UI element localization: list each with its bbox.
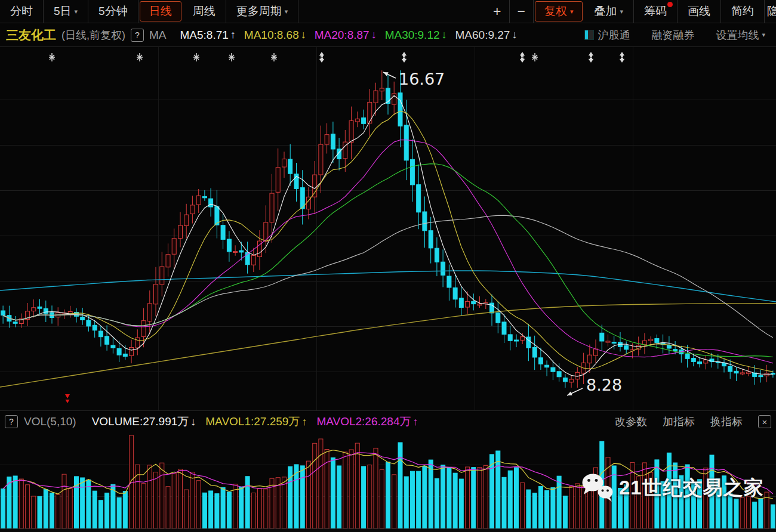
five-minute-label: 5分钟 <box>98 4 128 19</box>
long-ma-olive <box>0 304 776 387</box>
ma20-value: MA20:8.87 <box>315 29 369 42</box>
wechat-icon <box>580 472 615 503</box>
toolbar-button-zoom-in[interactable]: + <box>485 0 509 23</box>
period-toolbar: 分时5日▾5分钟日线周线更多周期▾+−复权▾叠加▾筹码画线简约隐 <box>0 0 776 23</box>
margin-trading-link[interactable]: 融资融券 <box>651 28 694 42</box>
stock-name: 三友化工 <box>6 27 56 44</box>
simple-mode-label: 简约 <box>731 4 754 19</box>
ma10-reading: MA10:8.68↓ <box>244 29 306 42</box>
more-periods-label: 更多周期 <box>236 4 282 19</box>
ma-values: MA5:8.71↑MA10:8.68↓MA20:8.87↓MA30:9.12↓M… <box>172 29 518 42</box>
zoom-out-label: − <box>518 4 525 20</box>
chips-label: 筹码 <box>644 4 667 19</box>
chevron-down-icon: ▾ <box>620 8 623 16</box>
adjust-rights-label: 复权 <box>544 4 567 19</box>
ma-settings-label: 设置均线 <box>716 28 759 42</box>
chevron-down-icon: ▾ <box>75 8 78 16</box>
vol-indicator-label: VOL(5,10) <box>24 415 76 428</box>
toolbar-button-daily[interactable]: 日线 <box>140 1 181 21</box>
dividend-snowflake-icon[interactable] <box>193 53 199 61</box>
vol-help-icon[interactable]: ? <box>5 415 18 428</box>
price-annotation-trough: 8.28 <box>586 376 622 394</box>
five-day-label: 5日 <box>54 4 72 19</box>
ma60-reading: MA60:9.27↓ <box>455 29 518 42</box>
down-arrow-icon: ↓ <box>190 416 196 428</box>
ma5-reading: MA5:8.71↑ <box>180 29 236 42</box>
toolbar-button-zoom-out[interactable]: − <box>510 0 534 23</box>
dividend-snowflake-icon[interactable] <box>229 53 235 61</box>
up-arrow-icon: ↑ <box>230 29 236 41</box>
notification-dot <box>667 2 673 7</box>
mavol1-reading: MAVOL1:27.259万↑ <box>205 414 307 429</box>
switch-indicator-button[interactable]: 换指标 <box>710 415 743 429</box>
ma60-value: MA60:9.27 <box>455 29 510 42</box>
down-arrow-icon: ↓ <box>442 29 447 41</box>
ma30-reading: MA30:9.12↓ <box>385 29 447 42</box>
toolbar-button-overlay[interactable]: 叠加▾ <box>584 0 634 23</box>
chevron-down-icon: ▾ <box>570 8 574 16</box>
dividend-snowflake-icon[interactable] <box>49 53 55 61</box>
toolbar-button-clipped-item[interactable]: 隐 <box>765 0 776 23</box>
watermark: 21世纪交易之家 <box>580 472 764 503</box>
down-arrow-icon: ↓ <box>301 29 306 41</box>
mavol2-value: MAVOL2:26.284万 <box>316 414 411 429</box>
zoom-in-label: + <box>493 4 501 20</box>
updown-arrow-icon[interactable] <box>319 52 324 63</box>
toolbar-button-draw-line[interactable]: 画线 <box>678 0 721 23</box>
long-ma-cyan <box>0 271 776 302</box>
chevron-down-icon: ▾ <box>762 31 765 39</box>
timeshare-label: 分时 <box>10 4 33 19</box>
volume-action-links: 改参数加指标换指标 <box>615 415 743 429</box>
updown-arrow-icon[interactable] <box>589 52 593 63</box>
ma30-value: MA30:9.12 <box>385 29 440 42</box>
ma5-value: MA5:8.71 <box>180 29 229 42</box>
ma-settings-button[interactable]: 设置均线 ▾ <box>716 28 765 42</box>
ma-indicator-label: MA <box>149 29 167 42</box>
add-indicator-button[interactable]: 加指标 <box>663 415 695 429</box>
legend-right-links: 沪股通 融资融券 设置均线 ▾ <box>584 28 770 42</box>
draw-line-label: 画线 <box>688 4 710 19</box>
volume-actions: 改参数加指标换指标 × <box>615 415 771 429</box>
mavol1-value: MAVOL1:27.259万 <box>205 414 300 429</box>
price-annotation-peak: 16.67 <box>399 70 445 88</box>
toolbar-button-five-minute[interactable]: 5分钟 <box>88 0 138 23</box>
toolbar-button-five-day[interactable]: 5日▾ <box>44 0 88 23</box>
updown-arrow-icon[interactable] <box>620 52 624 63</box>
updown-arrow-icon[interactable] <box>402 52 407 63</box>
toolbar-button-simple-mode[interactable]: 简约 <box>721 0 765 23</box>
volume-value: VOLUME:27.991万 <box>92 414 189 429</box>
hu-stock-connect-label: 沪股通 <box>598 28 630 42</box>
change-params-button[interactable]: 改参数 <box>615 415 647 429</box>
ma10-value: MA10:8.68 <box>244 29 299 42</box>
candlestick-volume-chart: 16.678.28 <box>0 0 776 532</box>
toolbar-button-timeshare[interactable]: 分时 <box>0 0 44 23</box>
red-event-marker <box>65 394 70 403</box>
toolbar-button-more-periods[interactable]: 更多周期▾ <box>226 0 299 23</box>
dividend-snowflake-icon[interactable] <box>137 53 143 61</box>
help-icon[interactable]: ? <box>131 29 144 42</box>
indicator-legend-row: 三友化工 (日线,前复权) ? MA MA5:8.71↑MA10:8.68↓MA… <box>0 23 776 47</box>
dividend-snowflake-icon[interactable] <box>532 53 538 61</box>
hu-stock-connect-icon <box>584 30 594 40</box>
hu-stock-connect-link[interactable]: 沪股通 <box>584 28 630 42</box>
close-panel-icon[interactable]: × <box>758 415 771 428</box>
ma10-line <box>3 111 773 372</box>
toolbar-button-weekly[interactable]: 周线 <box>183 0 226 23</box>
ma60-line <box>3 215 773 338</box>
mavol2-reading: MAVOL2:26.284万↑ <box>316 414 418 429</box>
toolbar-button-adjust-rights[interactable]: 复权▾ <box>535 1 583 21</box>
candlestick-series <box>1 70 775 388</box>
down-arrow-icon: ↓ <box>512 29 517 41</box>
weekly-label: 周线 <box>193 4 215 19</box>
ma20-reading: MA20:8.87↓ <box>315 29 377 42</box>
daily-label: 日线 <box>149 4 172 19</box>
down-arrow-icon: ↓ <box>371 29 377 41</box>
toolbar-button-chips[interactable]: 筹码 <box>634 0 678 23</box>
chart-type-label: (日线,前复权) <box>61 28 125 42</box>
up-arrow-icon: ↑ <box>412 416 418 428</box>
volume-reading: VOLUME:27.991万↓ <box>92 414 196 429</box>
dividend-snowflake-icon[interactable] <box>271 53 277 61</box>
clipped-item-label: 隐 <box>767 4 776 19</box>
updown-arrow-icon[interactable] <box>520 52 525 63</box>
toolbar-spacer <box>298 0 485 23</box>
